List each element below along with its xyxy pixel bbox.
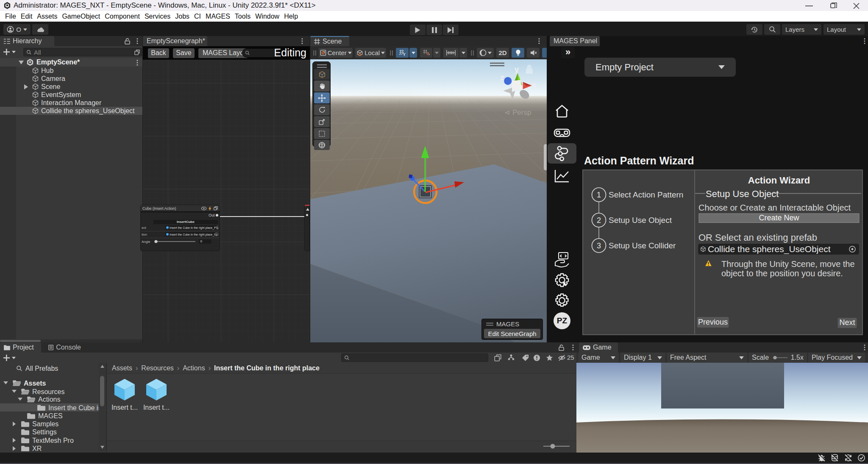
svg-text:Samples: Samples [32,420,58,428]
svg-text:Actions: Actions [38,396,60,403]
svg-text:Setup Use Object: Setup Use Object [609,216,672,225]
svg-text:Action Wizard: Action Wizard [748,175,810,186]
svg-text:Setup Use Object: Setup Use Object [706,189,779,199]
svg-text:z: z [500,73,504,82]
svg-text:object to the position you des: object to the position you desire. [721,269,843,278]
svg-text:Select Action Pattern: Select Action Pattern [609,190,683,199]
svg-text:3: 3 [597,242,601,250]
svg-text:Next: Next [839,318,855,327]
svg-text:2: 2 [597,216,601,225]
svg-text:1: 1 [597,191,601,199]
svg-text:⋖ Persp: ⋖ Persp [504,108,531,117]
svg-text:Assets: Assets [24,380,46,387]
svg-text:Settings: Settings [32,428,57,436]
svg-text:TextMesh Pro: TextMesh Pro [32,437,74,444]
svg-text:Previous: Previous [698,318,728,326]
svg-text:MAGES: MAGES [38,412,63,420]
svg-text:Collide the spheres_UseObject: Collide the spheres_UseObject [708,244,831,254]
svg-text:Create New: Create New [759,214,799,222]
svg-text:XR: XR [32,445,42,451]
svg-text:Choose or Create an Interactab: Choose or Create an Interactable Object [698,203,851,212]
svg-text:y: y [515,65,519,74]
svg-text:Resources: Resources [32,388,64,395]
svg-text:Setup Use Collider: Setup Use Collider [609,241,676,250]
svg-text:Insert the Cube in th: Insert the Cube in th [48,404,106,411]
svg-text:OR Select an existing prefab: OR Select an existing prefab [698,232,817,243]
svg-text:x: x [532,81,537,89]
svg-text:Through the Unity Scene, move: Through the Unity Scene, move the [721,259,855,269]
